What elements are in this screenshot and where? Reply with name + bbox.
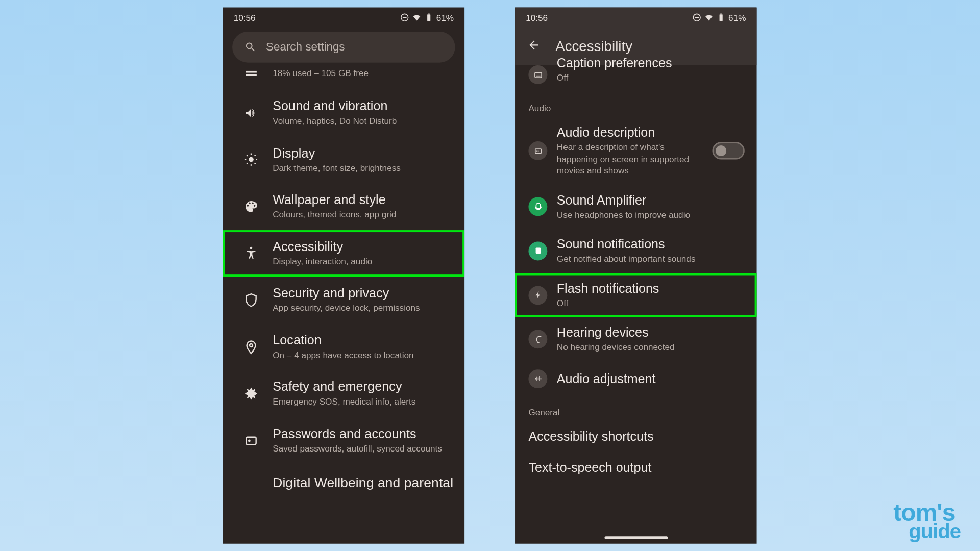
search-placeholder: Search settings (266, 40, 345, 54)
status-icons: 61% (692, 12, 746, 22)
equalizer-icon (528, 369, 547, 388)
sound-amplifier-icon (528, 197, 547, 216)
item-audio-adjustment[interactable]: Audio adjustment (515, 361, 757, 396)
item-sound-amplifier[interactable]: Sound Amplifier Use headphones to improv… (515, 185, 757, 229)
wifi-icon (412, 13, 421, 22)
svg-rect-11 (695, 17, 699, 18)
item-hearing-devices[interactable]: Hearing devices No hearing devices conne… (515, 317, 757, 361)
flash-icon (528, 286, 547, 305)
svg-rect-2 (427, 14, 430, 21)
svg-point-7 (250, 247, 253, 249)
settings-item-safety[interactable]: Safety and emergency Emergency SOS, medi… (223, 370, 465, 417)
svg-rect-17 (535, 248, 541, 254)
battery-icon (424, 13, 433, 22)
item-accessibility-shortcuts[interactable]: Accessibility shortcuts (515, 421, 757, 452)
sound-icon (242, 104, 261, 122)
battery-percent: 61% (728, 12, 746, 22)
audio-description-toggle[interactable] (713, 142, 745, 160)
settings-item-passwords[interactable]: Passwords and accounts Saved passwords, … (223, 417, 465, 464)
svg-rect-15 (536, 75, 540, 76)
section-general: General (515, 396, 757, 421)
settings-item-location[interactable]: Location On – 4 apps have access to loca… (223, 323, 465, 370)
shield-icon (242, 291, 261, 310)
settings-list[interactable]: 18% used – 105 GB free Sound and vibrati… (223, 63, 465, 492)
hearing-icon (528, 330, 547, 348)
item-audio-description[interactable]: Audio description Hear a description of … (515, 117, 757, 185)
status-icons: 61% (400, 12, 454, 22)
home-indicator[interactable] (604, 536, 668, 539)
watermark-toms-guide: tom's guide (893, 503, 961, 540)
caption-icon (528, 65, 547, 84)
svg-point-9 (248, 439, 251, 442)
battery-icon (716, 13, 725, 22)
wellbeing-icon (242, 473, 261, 492)
phone-accessibility: 10:56 61% Accessibility Caption preferen… (515, 8, 757, 544)
svg-rect-12 (720, 14, 723, 21)
svg-rect-1 (403, 17, 407, 18)
item-caption-preferences[interactable]: Caption preferences Off (515, 65, 757, 92)
section-audio: Audio (515, 92, 757, 117)
svg-rect-13 (720, 14, 722, 15)
svg-rect-8 (246, 437, 256, 444)
item-text-to-speech[interactable]: Text-to-speech output (515, 452, 757, 483)
settings-item-display[interactable]: Display Dark theme, font size, brightnes… (223, 136, 465, 183)
back-button[interactable] (527, 38, 541, 55)
location-icon (242, 337, 261, 356)
battery-percent: 61% (436, 12, 454, 22)
settings-item-digital-wellbeing[interactable]: Digital Wellbeing and parental (223, 464, 465, 492)
emergency-icon (242, 384, 261, 403)
wifi-icon (704, 13, 714, 22)
key-icon (242, 431, 261, 450)
status-time: 10:56 (234, 12, 256, 22)
dnd-icon (400, 13, 409, 22)
phone-settings: 10:56 61% Search settings 18% used – 105… (223, 8, 465, 544)
search-input[interactable]: Search settings (232, 32, 455, 63)
audio-description-icon (528, 141, 547, 160)
status-time: 10:56 (526, 12, 548, 22)
page-title: Accessibility (555, 38, 632, 55)
storage-icon (242, 64, 261, 83)
palette-icon (242, 197, 261, 216)
storage-sub: 18% used – 105 GB free (273, 67, 369, 79)
search-icon (244, 41, 257, 53)
settings-item-security[interactable]: Security and privacy App security, devic… (223, 277, 465, 323)
svg-rect-14 (534, 72, 541, 77)
svg-rect-4 (246, 71, 257, 73)
svg-rect-3 (428, 14, 430, 15)
settings-item-accessibility[interactable]: Accessibility Display, interaction, audi… (223, 230, 465, 277)
dnd-icon (692, 13, 701, 22)
sound-notifications-icon (528, 241, 547, 260)
settings-item-sound[interactable]: Sound and vibration Volume, haptics, Do … (223, 89, 465, 136)
svg-rect-5 (246, 74, 257, 76)
display-icon (242, 151, 261, 169)
settings-item-wallpaper[interactable]: Wallpaper and style Colours, themed icon… (223, 183, 465, 230)
settings-item-storage[interactable]: 18% used – 105 GB free (223, 63, 465, 90)
accessibility-icon (242, 244, 261, 263)
item-flash-notifications[interactable]: Flash notifications Off (515, 273, 757, 317)
status-bar: 10:56 61% (515, 8, 757, 28)
status-bar: 10:56 61% (223, 8, 465, 28)
svg-point-6 (249, 157, 254, 162)
accessibility-list[interactable]: Caption preferences Off Audio Audio desc… (515, 65, 757, 483)
item-sound-notifications[interactable]: Sound notifications Get notified about i… (515, 229, 757, 273)
